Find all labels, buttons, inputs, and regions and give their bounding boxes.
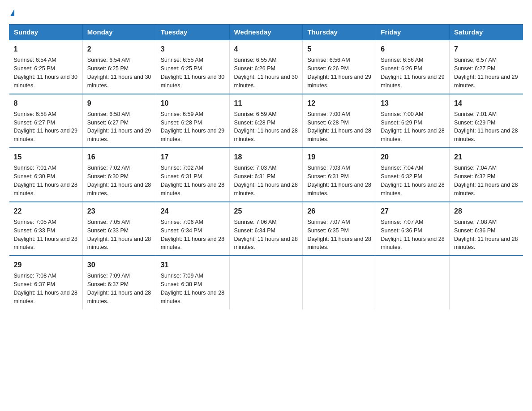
calendar-cell: 28 Sunrise: 7:08 AMSunset: 6:36 PMDaylig…: [450, 202, 523, 256]
calendar-cell: 4 Sunrise: 6:55 AMSunset: 6:26 PMDayligh…: [229, 40, 303, 94]
day-info: Sunrise: 7:06 AMSunset: 6:34 PMDaylight:…: [161, 219, 224, 251]
calendar-body: 1 Sunrise: 6:54 AMSunset: 6:25 PMDayligh…: [9, 40, 523, 309]
day-info: Sunrise: 6:59 AMSunset: 6:28 PMDaylight:…: [161, 111, 224, 143]
day-number: 14: [454, 98, 518, 108]
calendar-cell: 1 Sunrise: 6:54 AMSunset: 6:25 PMDayligh…: [9, 40, 83, 94]
calendar-cell: 12 Sunrise: 7:00 AMSunset: 6:28 PMDaylig…: [303, 94, 376, 148]
day-number: 28: [454, 206, 518, 216]
calendar-cell: 20 Sunrise: 7:04 AMSunset: 6:32 PMDaylig…: [376, 148, 450, 202]
day-info: Sunrise: 7:00 AMSunset: 6:28 PMDaylight:…: [307, 111, 371, 143]
day-number: 25: [234, 206, 298, 216]
day-info: Sunrise: 7:00 AMSunset: 6:29 PMDaylight:…: [381, 111, 444, 143]
day-info: Sunrise: 6:56 AMSunset: 6:26 PMDaylight:…: [307, 57, 371, 89]
calendar-cell: 2 Sunrise: 6:54 AMSunset: 6:25 PMDayligh…: [82, 40, 156, 94]
page-header: [9, 9, 523, 17]
calendar-cell: 21 Sunrise: 7:04 AMSunset: 6:32 PMDaylig…: [450, 148, 523, 202]
calendar-cell: 18 Sunrise: 7:03 AMSunset: 6:31 PMDaylig…: [229, 148, 303, 202]
calendar-cell: 31 Sunrise: 7:09 AMSunset: 6:38 PMDaylig…: [156, 256, 229, 309]
day-info: Sunrise: 6:57 AMSunset: 6:27 PMDaylight:…: [454, 57, 518, 89]
calendar-cell: 13 Sunrise: 7:00 AMSunset: 6:29 PMDaylig…: [376, 94, 450, 148]
day-info: Sunrise: 7:06 AMSunset: 6:34 PMDaylight:…: [234, 219, 298, 251]
day-info: Sunrise: 7:01 AMSunset: 6:30 PMDaylight:…: [14, 165, 77, 197]
day-number: 6: [381, 44, 445, 54]
calendar-cell: 11 Sunrise: 6:59 AMSunset: 6:28 PMDaylig…: [229, 94, 303, 148]
calendar-cell: 25 Sunrise: 7:06 AMSunset: 6:34 PMDaylig…: [229, 202, 303, 256]
calendar-header: SundayMondayTuesdayWednesdayThursdayFrid…: [9, 25, 523, 40]
logo: [9, 9, 14, 17]
day-number: 3: [161, 44, 225, 54]
header-cell-monday: Monday: [82, 25, 156, 40]
calendar-cell: 8 Sunrise: 6:58 AMSunset: 6:27 PMDayligh…: [9, 94, 83, 148]
day-info: Sunrise: 6:58 AMSunset: 6:27 PMDaylight:…: [87, 111, 151, 143]
day-info: Sunrise: 7:04 AMSunset: 6:32 PMDaylight:…: [454, 165, 518, 197]
day-number: 29: [14, 260, 78, 270]
day-number: 15: [14, 152, 78, 162]
day-number: 8: [14, 98, 78, 108]
day-number: 21: [454, 152, 518, 162]
day-number: 19: [307, 152, 371, 162]
calendar-cell: 23 Sunrise: 7:05 AMSunset: 6:33 PMDaylig…: [82, 202, 156, 256]
calendar-cell: [450, 256, 523, 309]
day-info: Sunrise: 7:07 AMSunset: 6:36 PMDaylight:…: [381, 219, 444, 251]
day-number: 12: [307, 98, 371, 108]
day-info: Sunrise: 7:03 AMSunset: 6:31 PMDaylight:…: [234, 165, 298, 197]
day-number: 16: [87, 152, 151, 162]
calendar-cell: 6 Sunrise: 6:56 AMSunset: 6:26 PMDayligh…: [376, 40, 450, 94]
day-info: Sunrise: 6:55 AMSunset: 6:25 PMDaylight:…: [161, 57, 224, 89]
day-number: 13: [381, 98, 445, 108]
header-cell-wednesday: Wednesday: [229, 25, 303, 40]
calendar-row: 8 Sunrise: 6:58 AMSunset: 6:27 PMDayligh…: [9, 94, 523, 148]
calendar-cell: 9 Sunrise: 6:58 AMSunset: 6:27 PMDayligh…: [82, 94, 156, 148]
calendar-cell: 14 Sunrise: 7:01 AMSunset: 6:29 PMDaylig…: [450, 94, 523, 148]
day-info: Sunrise: 7:07 AMSunset: 6:35 PMDaylight:…: [307, 219, 371, 251]
header-cell-thursday: Thursday: [303, 25, 376, 40]
day-number: 5: [307, 44, 371, 54]
day-number: 31: [161, 260, 225, 270]
day-number: 23: [87, 206, 151, 216]
calendar-cell: 19 Sunrise: 7:03 AMSunset: 6:31 PMDaylig…: [303, 148, 376, 202]
calendar-row: 29 Sunrise: 7:08 AMSunset: 6:37 PMDaylig…: [9, 256, 523, 309]
day-info: Sunrise: 7:09 AMSunset: 6:38 PMDaylight:…: [161, 273, 224, 304]
logo-triangle-icon: [10, 9, 14, 16]
calendar-cell: [303, 256, 376, 309]
day-number: 22: [14, 206, 78, 216]
calendar-cell: 15 Sunrise: 7:01 AMSunset: 6:30 PMDaylig…: [9, 148, 83, 202]
calendar-table: SundayMondayTuesdayWednesdayThursdayFrid…: [9, 24, 523, 309]
day-number: 2: [87, 44, 151, 54]
day-info: Sunrise: 7:04 AMSunset: 6:32 PMDaylight:…: [381, 165, 444, 197]
calendar-cell: 30 Sunrise: 7:09 AMSunset: 6:37 PMDaylig…: [82, 256, 156, 309]
calendar-cell: 26 Sunrise: 7:07 AMSunset: 6:35 PMDaylig…: [303, 202, 376, 256]
day-info: Sunrise: 6:58 AMSunset: 6:27 PMDaylight:…: [14, 111, 77, 143]
day-info: Sunrise: 6:59 AMSunset: 6:28 PMDaylight:…: [234, 111, 298, 143]
calendar-cell: 17 Sunrise: 7:02 AMSunset: 6:31 PMDaylig…: [156, 148, 229, 202]
calendar-cell: [229, 256, 303, 309]
day-info: Sunrise: 6:55 AMSunset: 6:26 PMDaylight:…: [234, 57, 298, 89]
day-number: 9: [87, 98, 151, 108]
calendar-cell: 7 Sunrise: 6:57 AMSunset: 6:27 PMDayligh…: [450, 40, 523, 94]
day-info: Sunrise: 7:01 AMSunset: 6:29 PMDaylight:…: [454, 111, 518, 143]
calendar-row: 22 Sunrise: 7:05 AMSunset: 6:33 PMDaylig…: [9, 202, 523, 256]
day-info: Sunrise: 6:54 AMSunset: 6:25 PMDaylight:…: [14, 57, 77, 89]
calendar-cell: 3 Sunrise: 6:55 AMSunset: 6:25 PMDayligh…: [156, 40, 229, 94]
day-info: Sunrise: 7:02 AMSunset: 6:30 PMDaylight:…: [87, 165, 151, 197]
calendar-row: 15 Sunrise: 7:01 AMSunset: 6:30 PMDaylig…: [9, 148, 523, 202]
day-number: 20: [381, 152, 445, 162]
day-number: 27: [381, 206, 445, 216]
day-info: Sunrise: 6:56 AMSunset: 6:26 PMDaylight:…: [381, 57, 444, 89]
calendar-cell: 24 Sunrise: 7:06 AMSunset: 6:34 PMDaylig…: [156, 202, 229, 256]
day-number: 7: [454, 44, 518, 54]
calendar-cell: 10 Sunrise: 6:59 AMSunset: 6:28 PMDaylig…: [156, 94, 229, 148]
day-number: 26: [307, 206, 371, 216]
day-info: Sunrise: 7:08 AMSunset: 6:36 PMDaylight:…: [454, 219, 518, 251]
header-row: SundayMondayTuesdayWednesdayThursdayFrid…: [9, 25, 523, 40]
day-number: 18: [234, 152, 298, 162]
day-number: 10: [161, 98, 225, 108]
header-cell-sunday: Sunday: [9, 25, 83, 40]
day-number: 1: [14, 44, 78, 54]
day-info: Sunrise: 6:54 AMSunset: 6:25 PMDaylight:…: [87, 57, 151, 89]
day-number: 4: [234, 44, 298, 54]
day-info: Sunrise: 7:02 AMSunset: 6:31 PMDaylight:…: [161, 165, 224, 197]
calendar-row: 1 Sunrise: 6:54 AMSunset: 6:25 PMDayligh…: [9, 40, 523, 94]
calendar-cell: 5 Sunrise: 6:56 AMSunset: 6:26 PMDayligh…: [303, 40, 376, 94]
calendar-cell: 22 Sunrise: 7:05 AMSunset: 6:33 PMDaylig…: [9, 202, 83, 256]
